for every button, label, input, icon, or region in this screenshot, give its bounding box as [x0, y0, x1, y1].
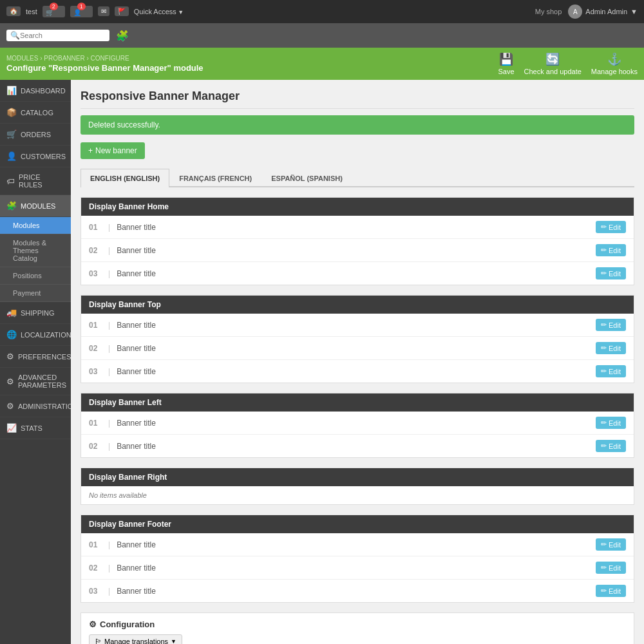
- my-shop-link[interactable]: My shop: [535, 8, 562, 15]
- edit-button[interactable]: ✏ Edit: [596, 538, 626, 551]
- banner-num: 01: [89, 419, 102, 428]
- edit-button[interactable]: ✏ Edit: [596, 440, 626, 452]
- tab-spanish-label: ESPAÑOL (SPANISH): [271, 175, 343, 182]
- table-row: 01 | Banner title ✏ Edit: [81, 216, 634, 239]
- customer-notification[interactable]: 👤1: [70, 6, 93, 17]
- sidebar-item-advanced-params[interactable]: ⚙ ADVANCED PARAMETERS: [0, 368, 71, 395]
- sidebar-item-stats-label: STATS: [21, 424, 43, 432]
- breadcrumb-modules[interactable]: MODULES: [6, 55, 44, 62]
- table-row: 03 | Banner title ✏ Edit: [81, 580, 634, 602]
- breadcrumb-check-update-button[interactable]: 🔄 Check and update: [524, 52, 582, 75]
- sidebar-sub-item-modules-themes[interactable]: Modules & Themes Catalog: [0, 234, 71, 267]
- search-input[interactable]: [20, 32, 106, 39]
- edit-button[interactable]: ✏ Edit: [596, 319, 626, 331]
- config-icon: ⚙: [89, 620, 97, 629]
- sidebar-item-customers[interactable]: 👤 CUSTOMERS: [0, 146, 71, 167]
- edit-button[interactable]: ✏ Edit: [596, 562, 626, 574]
- banner-num: 01: [89, 540, 102, 549]
- sidebar-item-stats[interactable]: 📈 STATS: [0, 417, 71, 439]
- edit-button[interactable]: ✏ Edit: [596, 365, 626, 377]
- sidebar-sub-item-payment[interactable]: Payment: [0, 285, 71, 302]
- modules-icon: 🧩: [6, 201, 17, 211]
- sidebar-item-dashboard-label: DASHBOARD: [21, 87, 66, 95]
- tab-french[interactable]: FRANÇAIS (FRENCH): [169, 169, 261, 187]
- breadcrumb-left: MODULES PROBANNER CONFIGURE Configure "R…: [6, 55, 204, 73]
- tab-english[interactable]: ENGLISH (ENGLISH): [80, 169, 169, 187]
- sidebar-sub-item-modules[interactable]: Modules: [0, 217, 71, 234]
- edit-icon: ✏: [601, 223, 607, 231]
- banner-title: Banner title: [117, 442, 589, 451]
- config-title: ⚙ Configuration: [89, 620, 626, 629]
- sidebar-item-administration[interactable]: ⚙ ADMINISTRATION: [0, 395, 71, 417]
- layout: 📊 DASHBOARD 📦 CATALOG 🛒 ORDERS 👤 CUSTOME…: [0, 80, 644, 644]
- banner-top-header: Display Banner Top: [81, 296, 634, 314]
- sidebar-item-dashboard[interactable]: 📊 DASHBOARD: [0, 80, 71, 102]
- top-bar: 🏠 test 🛒2 👤1 ✉ 🚩 Quick Access My shop A …: [0, 0, 644, 23]
- search-box[interactable]: 🔍: [6, 30, 109, 41]
- edit-label: Edit: [609, 564, 621, 572]
- sidebar-item-localization-label: LOCALIZATION: [21, 331, 71, 339]
- edit-icon: ✏: [601, 321, 607, 329]
- save-icon: 💾: [499, 52, 513, 66]
- sub-modules-themes-label: Modules & Themes Catalog: [13, 239, 46, 262]
- sidebar-sub-item-positions[interactable]: Positions: [0, 267, 71, 285]
- edit-button[interactable]: ✏ Edit: [596, 244, 626, 256]
- edit-icon: ✏: [601, 442, 607, 450]
- edit-icon: ✏: [601, 587, 607, 595]
- tab-spanish[interactable]: ESPAÑOL (SPANISH): [261, 169, 352, 187]
- dashboard-icon: 📊: [6, 86, 17, 95]
- breadcrumb-save-button[interactable]: 💾 Save: [498, 52, 514, 75]
- table-row: 02 | Banner title ✏ Edit: [81, 435, 634, 457]
- breadcrumb-manage-hooks-button[interactable]: ⚓ Manage hooks: [591, 52, 638, 75]
- banner-title: Banner title: [117, 540, 589, 549]
- flag-notification[interactable]: 🚩: [115, 6, 129, 16]
- banner-left-section: Display Banner Left 01 | Banner title ✏ …: [80, 393, 634, 458]
- edit-label: Edit: [609, 368, 621, 375]
- banner-num: 02: [89, 246, 102, 255]
- banner-num: 02: [89, 442, 102, 451]
- sidebar-item-catalog[interactable]: 📦 CATALOG: [0, 102, 71, 124]
- edit-button[interactable]: ✏ Edit: [596, 417, 626, 429]
- edit-label: Edit: [609, 270, 621, 278]
- edit-label: Edit: [609, 345, 621, 352]
- edit-label: Edit: [609, 321, 621, 329]
- banner-title: Banner title: [117, 321, 589, 330]
- sub-modules-label: Modules: [13, 222, 40, 229]
- stats-icon: 📈: [6, 423, 17, 433]
- admin-user-menu[interactable]: A Admin Admin ▼: [568, 5, 638, 19]
- banner-num: 01: [89, 321, 102, 330]
- new-banner-button[interactable]: + New banner: [80, 142, 145, 159]
- edit-button[interactable]: ✏ Edit: [596, 267, 626, 279]
- orders-notification[interactable]: 🛒2: [43, 6, 65, 17]
- sidebar-item-price-rules-label: PRICE RULES: [19, 173, 64, 189]
- sidebar-item-localization[interactable]: 🌐 LOCALIZATION: [0, 324, 71, 346]
- catalog-icon: 📦: [6, 108, 17, 117]
- save-label: Save: [498, 68, 514, 75]
- banner-num: 02: [89, 344, 102, 353]
- banner-title: Banner title: [117, 246, 589, 255]
- sidebar-item-modules[interactable]: 🧩 MODULES: [0, 195, 71, 217]
- edit-button[interactable]: ✏ Edit: [596, 221, 626, 233]
- sidebar-item-shipping[interactable]: 🚚 SHIPPING: [0, 302, 71, 324]
- email-notification[interactable]: ✉: [98, 6, 109, 16]
- top-bar-left: 🏠 test 🛒2 👤1 ✉ 🚩 Quick Access: [6, 6, 184, 17]
- page-title: Responsive Banner Manager: [80, 90, 634, 109]
- banner-title: Banner title: [117, 367, 589, 376]
- table-row: 02 | Banner title ✏ Edit: [81, 556, 634, 580]
- edit-button[interactable]: ✏ Edit: [596, 342, 626, 354]
- breadcrumb-nav: MODULES PROBANNER CONFIGURE: [6, 55, 204, 62]
- edit-button[interactable]: ✏ Edit: [596, 585, 626, 597]
- sidebar-item-orders[interactable]: 🛒 ORDERS: [0, 124, 71, 146]
- manage-translations-button[interactable]: 🏳 Manage translations: [89, 634, 182, 644]
- banner-num: 03: [89, 367, 102, 376]
- banner-home-header: Display Banner Home: [81, 198, 634, 216]
- breadcrumb-configure[interactable]: CONFIGURE: [91, 55, 129, 62]
- customers-icon: 👤: [6, 151, 17, 161]
- sidebar-modules-submenu: Modules Modules & Themes Catalog Positio…: [0, 217, 71, 302]
- plus-icon: +: [88, 146, 93, 155]
- breadcrumb-probanner[interactable]: PROBANNER: [44, 55, 90, 62]
- quick-access-button[interactable]: Quick Access: [134, 8, 184, 15]
- sidebar-item-price-rules[interactable]: 🏷 PRICE RULES: [0, 167, 71, 195]
- sidebar-item-preferences[interactable]: ⚙ PREFERENCES: [0, 346, 71, 368]
- search-icon: 🔍: [10, 31, 20, 40]
